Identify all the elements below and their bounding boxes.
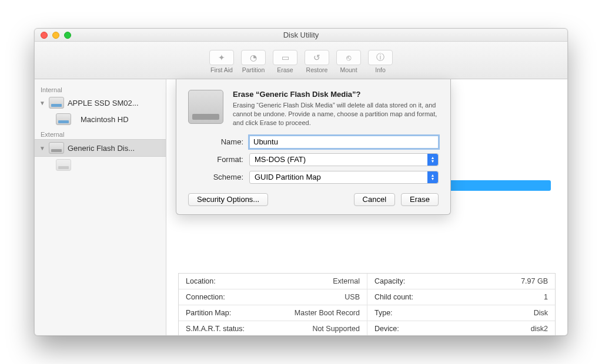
cancel-button[interactable]: Cancel — [354, 193, 395, 206]
erase-confirm-button[interactable]: Erase — [401, 193, 439, 206]
name-label: Name: — [188, 137, 249, 146]
internal-drive-icon — [49, 97, 64, 109]
format-select[interactable]: MS-DOS (FAT) ▲▼ — [249, 153, 439, 166]
info-cell-connection: Connection:USB — [179, 289, 367, 305]
disclosure-triangle-icon[interactable]: ▼ — [39, 145, 45, 151]
dialog-title: Erase “Generic Flash Disk Media”? — [233, 90, 439, 99]
external-drive-icon — [49, 142, 64, 154]
info-cell-child-count: Child count:1 — [367, 289, 555, 305]
info-cell-location: Location:External — [179, 274, 367, 289]
erase-icon: ▭ — [282, 53, 289, 62]
mount-button[interactable]: ⎋ Mount — [334, 50, 363, 73]
internal-volume-icon — [56, 113, 71, 125]
restore-button[interactable]: ↺ Restore — [302, 50, 332, 73]
info-cell-device: Device:disk2 — [367, 321, 555, 336]
scheme-label: Scheme: — [188, 173, 249, 181]
info-icon: ⓘ — [376, 52, 384, 63]
partition-button[interactable]: ◔ Partition — [239, 50, 268, 73]
sidebar-item-label: Generic Flash Dis... — [68, 144, 135, 153]
security-options-button[interactable]: Security Options... — [188, 193, 268, 206]
drive-icon — [188, 90, 223, 124]
disk-info-table: Location:External Capacity:7.97 GB Conne… — [178, 273, 556, 336]
name-input[interactable] — [249, 136, 439, 149]
erase-dialog: Erase “Generic Flash Disk Media”? Erasin… — [176, 79, 451, 215]
sidebar-item-internal-drive[interactable]: ▼ APPLE SSD SM02... — [35, 95, 166, 111]
sidebar-item-label: APPLE SSD SM02... — [68, 99, 139, 107]
disk-utility-window: Disk Utility ✦ First Aid ◔ Partition ▭ E… — [34, 28, 568, 336]
select-arrows-icon: ▲▼ — [427, 154, 438, 166]
format-label: Format: — [188, 155, 249, 164]
erase-button[interactable]: ▭ Erase — [270, 50, 300, 73]
titlebar: Disk Utility — [35, 29, 567, 42]
sidebar-item-internal-volume[interactable]: Macintosh HD — [35, 111, 166, 127]
sidebar-group-external: External — [35, 127, 166, 139]
info-cell-type: Type:Disk — [367, 305, 555, 321]
sidebar-item-external-drive[interactable]: ▼ Generic Flash Dis... — [35, 139, 166, 157]
sidebar-item-label: Macintosh HD — [75, 115, 129, 124]
external-volume-icon — [56, 159, 71, 171]
disclosure-triangle-icon[interactable]: ▼ — [39, 100, 45, 106]
info-cell-partition-map: Partition Map:Master Boot Record — [179, 305, 367, 321]
first-aid-button[interactable]: ✦ First Aid — [207, 50, 236, 73]
sidebar: Internal ▼ APPLE SSD SM02... Macintosh H… — [35, 79, 166, 335]
mount-icon: ⎋ — [346, 53, 351, 62]
restore-icon: ↺ — [313, 53, 320, 62]
scheme-select[interactable]: GUID Partition Map ▲▼ — [249, 171, 439, 184]
stethoscope-icon: ✦ — [218, 53, 225, 62]
info-cell-smart: S.M.A.R.T. status:Not Supported — [179, 321, 367, 336]
dialog-body: Erasing “Generic Flash Disk Media” will … — [233, 101, 439, 127]
sidebar-item-external-volume[interactable] — [35, 157, 166, 173]
pie-icon: ◔ — [250, 53, 257, 62]
select-arrows-icon: ▲▼ — [427, 171, 438, 183]
window-title: Disk Utility — [35, 31, 567, 39]
info-cell-capacity: Capacity:7.97 GB — [367, 274, 555, 289]
info-button[interactable]: ⓘ Info — [366, 50, 395, 73]
sidebar-group-internal: Internal — [35, 83, 166, 95]
toolbar: ✦ First Aid ◔ Partition ▭ Erase ↺ Restor… — [35, 42, 567, 79]
